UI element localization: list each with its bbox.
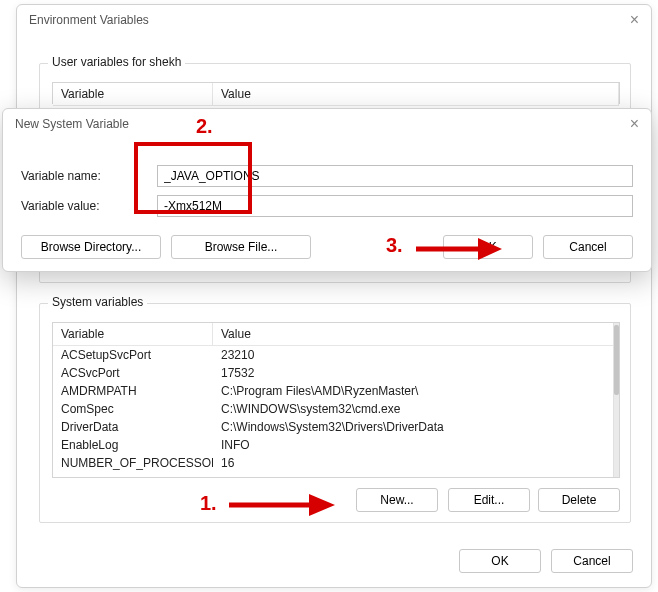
env-cancel-button[interactable]: Cancel <box>551 549 633 573</box>
sys-table-body[interactable]: ACSetupSvcPort23210ACSvcPort17532AMDRMPA… <box>53 346 619 472</box>
cell-value: INFO <box>213 436 619 454</box>
user-col-value[interactable]: Value <box>213 83 619 105</box>
close-icon[interactable]: × <box>630 11 639 29</box>
browse-file-button[interactable]: Browse File... <box>171 235 311 259</box>
user-variables-table: Variable Value <box>52 82 620 104</box>
user-col-variable[interactable]: Variable <box>53 83 213 105</box>
table-row[interactable]: ACSetupSvcPort23210 <box>53 346 619 364</box>
cell-variable: AMDRMPATH <box>53 382 213 400</box>
delete-button[interactable]: Delete <box>538 488 620 512</box>
variable-name-row: Variable name: <box>21 165 633 187</box>
system-variables-group: System variables Variable Value ACSetupS… <box>39 303 631 523</box>
cell-value: C:\Program Files\AMD\RyzenMaster\ <box>213 382 619 400</box>
table-row[interactable]: ComSpecC:\WINDOWS\system32\cmd.exe <box>53 400 619 418</box>
sys-group-legend: System variables <box>48 295 147 309</box>
variable-name-input[interactable] <box>157 165 633 187</box>
cell-value: C:\WINDOWS\system32\cmd.exe <box>213 400 619 418</box>
table-row[interactable]: EnableLogINFO <box>53 436 619 454</box>
new-system-variable-dialog: New System Variable × Variable name: Var… <box>2 108 652 272</box>
env-ok-button[interactable]: OK <box>459 549 541 573</box>
table-row[interactable]: NUMBER_OF_PROCESSORS16 <box>53 454 619 472</box>
variable-value-input[interactable] <box>157 195 633 217</box>
new-button[interactable]: New... <box>356 488 438 512</box>
variable-value-row: Variable value: <box>21 195 633 217</box>
cell-variable: ComSpec <box>53 400 213 418</box>
browse-directory-button[interactable]: Browse Directory... <box>21 235 161 259</box>
env-title: Environment Variables <box>29 13 149 27</box>
annotation-number-3: 3. <box>386 234 403 257</box>
cell-variable: ACSvcPort <box>53 364 213 382</box>
edit-button[interactable]: Edit... <box>448 488 530 512</box>
sys-col-value[interactable]: Value <box>213 323 619 345</box>
sys-table-header: Variable Value <box>53 323 619 346</box>
sys-scrollbar[interactable] <box>613 323 619 477</box>
cell-variable: DriverData <box>53 418 213 436</box>
newvar-cancel-button[interactable]: Cancel <box>543 235 633 259</box>
newvar-ok-button[interactable]: OK <box>443 235 533 259</box>
cell-value: 17532 <box>213 364 619 382</box>
close-icon[interactable]: × <box>630 115 639 133</box>
cell-value: 23210 <box>213 346 619 364</box>
sys-scroll-thumb[interactable] <box>614 325 619 395</box>
cell-variable: ACSetupSvcPort <box>53 346 213 364</box>
table-row[interactable]: ACSvcPort17532 <box>53 364 619 382</box>
user-table-header: Variable Value <box>53 83 619 106</box>
variable-name-label: Variable name: <box>21 169 157 183</box>
table-row[interactable]: AMDRMPATHC:\Program Files\AMD\RyzenMaste… <box>53 382 619 400</box>
annotation-number-1: 1. <box>200 492 217 515</box>
cell-variable: EnableLog <box>53 436 213 454</box>
sys-col-variable[interactable]: Variable <box>53 323 213 345</box>
cell-value: 16 <box>213 454 619 472</box>
variable-value-label: Variable value: <box>21 199 157 213</box>
newvar-title: New System Variable <box>15 117 129 131</box>
system-variables-table: Variable Value ACSetupSvcPort23210ACSvcP… <box>52 322 620 478</box>
newvar-titlebar: New System Variable × <box>3 109 651 139</box>
environment-variables-window: Environment Variables × User variables f… <box>16 4 652 588</box>
table-row[interactable]: DriverDataC:\Windows\System32\Drivers\Dr… <box>53 418 619 436</box>
cell-value: C:\Windows\System32\Drivers\DriverData <box>213 418 619 436</box>
env-titlebar: Environment Variables × <box>17 5 651 35</box>
user-group-legend: User variables for shekh <box>48 55 185 69</box>
annotation-number-2: 2. <box>196 115 213 138</box>
cell-variable: NUMBER_OF_PROCESSORS <box>53 454 213 472</box>
